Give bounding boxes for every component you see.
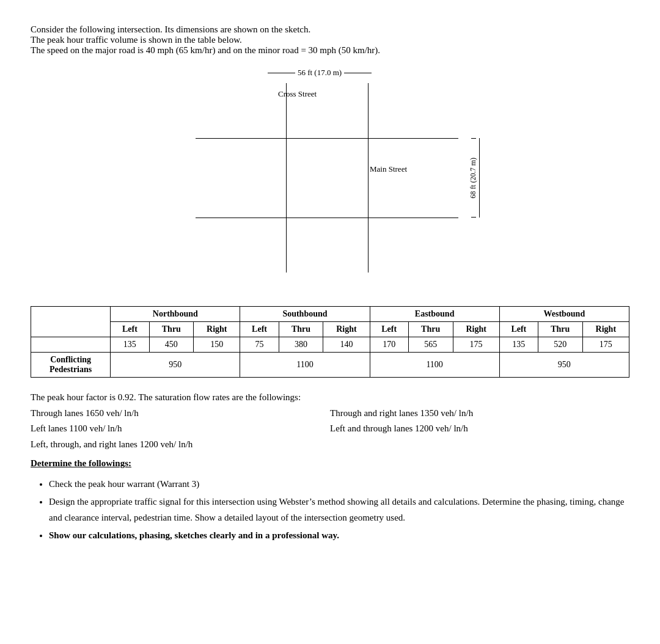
bullet-item-2: Design the appropriate traffic signal fo… bbox=[49, 494, 629, 525]
header-row-2: Left Thru Right Left Thru Right Left Thr… bbox=[31, 322, 629, 337]
sb-thru: Thru bbox=[279, 322, 323, 337]
main-street-label: Main Street bbox=[370, 164, 407, 174]
notes-left: Through lanes 1650 veh/ ln/h Left lanes … bbox=[31, 406, 330, 453]
data-row: 135 450 150 75 380 140 170 565 175 135 5… bbox=[31, 337, 629, 353]
wb-left: Left bbox=[499, 322, 538, 337]
bullet-list: Check the peak hour warrant (Warrant 3) … bbox=[31, 477, 629, 544]
conflict-row: Conflicting Pedestrians 950 1100 1100 95… bbox=[31, 353, 629, 378]
traffic-table: Northbound Southbound Eastbound Westboun… bbox=[31, 306, 629, 378]
conflict-eb: 1100 bbox=[370, 353, 499, 378]
dim-top: 56 ft (17.0 m) bbox=[268, 68, 372, 79]
road-drawing bbox=[196, 83, 458, 273]
intro-section: Consider the following intersection. Its… bbox=[31, 24, 629, 56]
th-northbound: Northbound bbox=[111, 307, 240, 322]
cell-nb-left: 135 bbox=[111, 337, 149, 353]
notes-section: The peak hour factor is 0.92. The satura… bbox=[31, 390, 629, 544]
dim-right: 68 ft (20.7 m) bbox=[469, 138, 478, 218]
left-through-lanes: Left and through lanes 1200 veh/ ln/h bbox=[330, 421, 629, 437]
cell-eb-thru: 565 bbox=[408, 337, 453, 353]
th-empty bbox=[31, 307, 111, 337]
phf-note: The peak hour factor is 0.92. The satura… bbox=[31, 390, 629, 406]
eb-thru: Thru bbox=[408, 322, 453, 337]
cell-sb-right: 140 bbox=[323, 337, 370, 353]
road-h-bottom bbox=[196, 218, 458, 218]
through-right-lanes: Through and right lanes 1350 veh/ ln/h bbox=[330, 406, 629, 422]
row-empty bbox=[31, 337, 111, 353]
th-southbound: Southbound bbox=[240, 307, 370, 322]
road-v-right bbox=[368, 83, 369, 273]
cell-wb-right: 175 bbox=[582, 337, 629, 353]
conflict-nb: 950 bbox=[111, 353, 240, 378]
intro-line3: The speed on the major road is 40 mph (6… bbox=[31, 45, 629, 56]
notes-grid: Through lanes 1650 veh/ ln/h Left lanes … bbox=[31, 406, 629, 453]
intro-line1: Consider the following intersection. Its… bbox=[31, 24, 629, 35]
cell-eb-left: 170 bbox=[370, 337, 408, 353]
notes-right: Through and right lanes 1350 veh/ ln/h L… bbox=[330, 406, 629, 453]
intro-line2: The peak hour traffic volume is shown in… bbox=[31, 35, 629, 45]
cell-sb-left: 75 bbox=[240, 337, 279, 353]
cell-nb-thru: 450 bbox=[149, 337, 194, 353]
bullet-item-3: Show our calculations, phasing, sketches… bbox=[49, 528, 629, 544]
eb-left: Left bbox=[370, 322, 408, 337]
cell-sb-thru: 380 bbox=[279, 337, 323, 353]
cell-eb-right: 175 bbox=[453, 337, 499, 353]
th-eastbound: Eastbound bbox=[370, 307, 499, 322]
conflict-label: Conflicting Pedestrians bbox=[31, 353, 111, 378]
eb-right: Right bbox=[453, 322, 499, 337]
cell-wb-left: 135 bbox=[499, 337, 538, 353]
sb-left: Left bbox=[240, 322, 279, 337]
nb-thru: Thru bbox=[149, 322, 194, 337]
intersection-box bbox=[287, 139, 367, 217]
conflict-sb: 1100 bbox=[240, 353, 370, 378]
conflict-wb: 950 bbox=[499, 353, 629, 378]
nb-left: Left bbox=[111, 322, 149, 337]
th-westbound: Westbound bbox=[499, 307, 629, 322]
determine-label: Determine the followings: bbox=[31, 458, 131, 468]
intersection-sketch: 56 ft (17.0 m) Cross Street Main Street … bbox=[177, 68, 483, 288]
left-lanes: Left lanes 1100 veh/ ln/h bbox=[31, 421, 330, 437]
through-lanes: Through lanes 1650 veh/ ln/h bbox=[31, 406, 330, 422]
sb-right: Right bbox=[323, 322, 370, 337]
wb-thru: Thru bbox=[538, 322, 582, 337]
dim-right-container: 68 ft (20.7 m) bbox=[469, 138, 480, 218]
determine-section: Determine the followings: bbox=[31, 456, 629, 472]
dim-right-label: 68 ft (20.7 m) bbox=[469, 158, 478, 199]
wb-right: Right bbox=[582, 322, 629, 337]
bullet-item-1: Check the peak hour warrant (Warrant 3) bbox=[49, 477, 629, 492]
cell-wb-thru: 520 bbox=[538, 337, 582, 353]
cell-nb-right: 150 bbox=[194, 337, 240, 353]
nb-right: Right bbox=[194, 322, 240, 337]
sketch-container: 56 ft (17.0 m) Cross Street Main Street … bbox=[31, 68, 629, 288]
left-through-right: Left, through, and right lanes 1200 veh/… bbox=[31, 437, 330, 453]
dim-right-line bbox=[479, 138, 480, 218]
header-row-1: Northbound Southbound Eastbound Westboun… bbox=[31, 307, 629, 322]
